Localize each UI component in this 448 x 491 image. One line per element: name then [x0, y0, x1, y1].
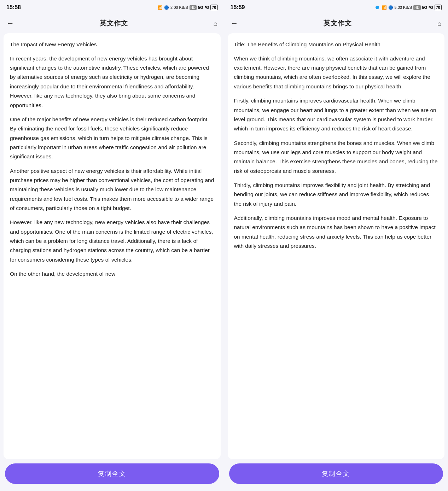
right-signal-icon: 📶	[382, 5, 387, 10]
left-speed: 2.00 KB/S	[170, 5, 188, 10]
right-nav-bar: ← 英文作文 ⌂	[224, 13, 448, 33]
right-hd-badge: HD	[413, 5, 420, 10]
left-nav-title: 英文作文	[100, 19, 128, 28]
left-time: 15:58	[6, 4, 21, 11]
right-essay-text: Title: The Benefits of Climbing Mountain…	[234, 40, 438, 454]
left-para-2: One of the major benefits of new energy …	[10, 115, 214, 162]
right-status-icons: 📶 🔵 5.00 KB/S HD 5G ⁵G 70	[376, 5, 442, 10]
left-signal-icon: 📶	[158, 5, 163, 10]
right-nav-title: 英文作文	[324, 19, 352, 28]
left-5g2: ⁵G	[205, 5, 209, 10]
left-battery: 70	[210, 5, 217, 10]
left-panel: 15:58 📶 🔵 2.00 KB/S HD 5G ⁵G 70 ← 英文作文 ⌂…	[0, 0, 224, 491]
right-bottom-bar: 复制全文	[224, 459, 448, 491]
left-bottom-bar: 复制全文	[0, 459, 224, 491]
right-panel: 15:59 📶 🔵 5.00 KB/S HD 5G ⁵G 70 ← 英文作文 ⌂…	[224, 0, 448, 491]
left-status-bar: 15:58 📶 🔵 2.00 KB/S HD 5G ⁵G 70	[0, 0, 224, 13]
right-bt-icon: 🔵	[388, 5, 393, 10]
left-home-button[interactable]: ⌂	[213, 19, 217, 28]
right-status-bar: 15:59 📶 🔵 5.00 KB/S HD 5G ⁵G 70	[224, 0, 448, 13]
right-para-1: When we think of climbing mountains, we …	[234, 54, 438, 91]
left-para-4: However, like any new technology, new en…	[10, 218, 214, 264]
left-essay-text: The Impact of New Energy Vehicles In rec…	[10, 40, 214, 454]
right-time: 15:59	[231, 4, 245, 11]
right-content-area: Title: The Benefits of Climbing Mountain…	[228, 33, 445, 459]
left-nav-bar: ← 英文作文 ⌂	[0, 13, 224, 33]
left-hd-badge: HD	[190, 5, 197, 10]
right-para-4: Thirdly, climbing mountains improves fle…	[234, 181, 438, 209]
left-status-icons: 📶 🔵 2.00 KB/S HD 5G ⁵G 70	[158, 5, 218, 10]
left-5g1: 5G	[198, 5, 203, 10]
left-back-button[interactable]: ←	[6, 19, 14, 27]
left-copy-button[interactable]: 复制全文	[5, 463, 219, 484]
right-para-2: Firstly, climbing mountains improves car…	[234, 96, 438, 133]
left-bt-icon: 🔵	[164, 5, 169, 10]
right-copy-button[interactable]: 复制全文	[229, 463, 443, 484]
left-para-3: Another positive aspect of new energy ve…	[10, 166, 214, 213]
left-para-1: In recent years, the development of new …	[10, 54, 214, 110]
right-back-button[interactable]: ←	[231, 19, 238, 27]
left-para-5: On the other hand, the development of ne…	[10, 269, 214, 279]
right-speed: 5.00 KB/S	[395, 5, 412, 10]
right-para-3: Secondly, climbing mountains strengthens…	[234, 139, 438, 176]
right-essay-title: Title: The Benefits of Climbing Mountain…	[234, 40, 438, 49]
right-app-icon	[376, 6, 379, 9]
left-essay-title: The Impact of New Energy Vehicles	[10, 40, 214, 49]
right-5g1: 5G	[422, 5, 427, 10]
right-battery: 70	[435, 5, 442, 10]
right-home-button[interactable]: ⌂	[437, 19, 442, 28]
right-para-5: Additionally, climbing mountains improve…	[234, 214, 438, 251]
left-content-area: The Impact of New Energy Vehicles In rec…	[4, 33, 221, 459]
right-5g2: ⁵G	[429, 5, 433, 10]
